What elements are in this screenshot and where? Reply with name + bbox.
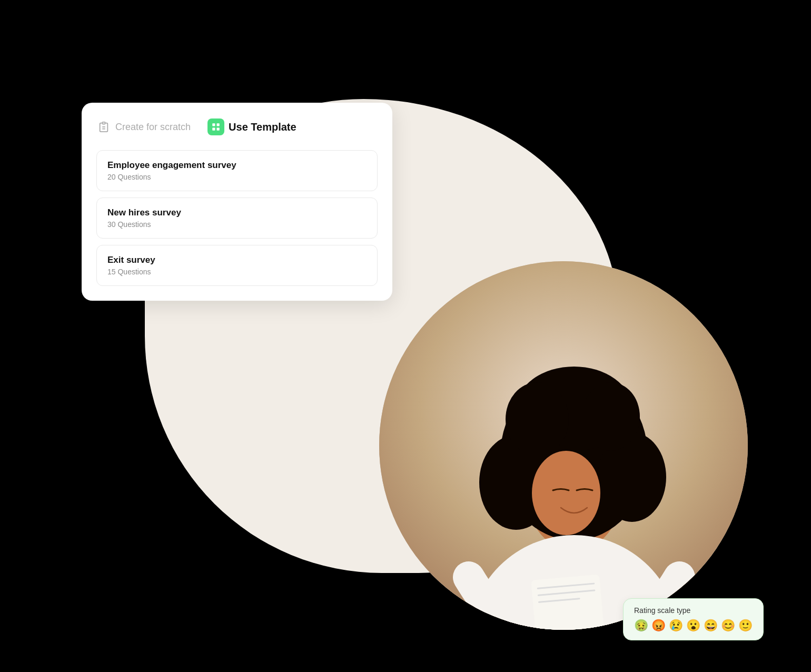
tab-row: Create for scratch Use Template [96,118,378,135]
grid-icon [207,118,224,135]
svg-rect-23 [212,128,215,131]
ui-card: Create for scratch Use Template Employee… [82,103,392,301]
survey-item-2[interactable]: Exit survey 15 Questions [96,245,378,286]
survey-questions-2: 15 Questions [107,268,367,276]
clipboard-icon [96,120,111,134]
svg-point-9 [506,382,569,456]
survey-title-0: Employee engagement survey [107,160,367,171]
emoji-grin: 😄 [704,619,718,633]
survey-title-1: New hires survey [107,207,367,218]
svg-rect-21 [212,123,215,126]
emoji-sick: 🤢 [634,619,648,633]
emoji-surprised: 😮 [686,619,700,633]
tab-use-template[interactable]: Use Template [207,118,296,135]
survey-title-2: Exit survey [107,255,367,265]
photo-circle [379,261,748,630]
survey-questions-1: 30 Questions [107,220,367,229]
use-template-label: Use Template [229,121,296,133]
survey-list: Employee engagement survey 20 Questions … [96,150,378,286]
survey-questions-0: 20 Questions [107,173,367,181]
rating-badge-title: Rating scale type [634,606,753,615]
svg-point-10 [582,382,640,451]
tab-create-scratch[interactable]: Create for scratch [96,120,191,134]
emoji-angry: 😡 [651,619,666,633]
survey-item-1[interactable]: New hires survey 30 Questions [96,197,378,239]
emoji-slight-smile: 🙂 [738,619,753,633]
svg-rect-24 [217,128,220,131]
svg-rect-22 [217,123,220,126]
svg-rect-18 [102,122,105,124]
emoji-cry: 😢 [669,619,683,633]
svg-point-11 [532,451,600,535]
survey-item-0[interactable]: Employee engagement survey 20 Questions [96,150,378,191]
rating-scale-badge: Rating scale type 🤢 😡 😢 😮 😄 😊 🙂 [623,598,764,640]
emoji-row: 🤢 😡 😢 😮 😄 😊 🙂 [634,619,753,633]
create-scratch-label: Create for scratch [115,122,191,133]
emoji-smile: 😊 [721,619,735,633]
